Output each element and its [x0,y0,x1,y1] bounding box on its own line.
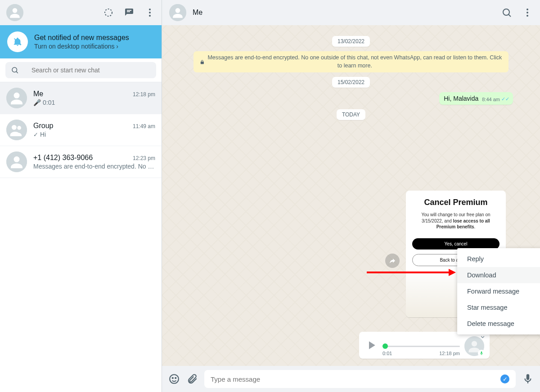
search-box[interactable] [5,62,156,78]
send-badge-icon[interactable]: ✓ [500,374,509,383]
message-text: Hi, Malavida [444,95,478,102]
ctx-forward[interactable]: Forward message [457,283,540,299]
ctx-reply[interactable]: Reply [457,251,540,267]
chat-name: Group [33,122,53,130]
date-chip: TODAY [337,109,365,120]
avatar [6,151,27,172]
chat-item-group[interactable]: Group 11:49 am ✓ Hi [0,114,162,146]
notif-subtitle: Turn on desktop notifications › [34,43,129,50]
my-avatar[interactable] [6,4,23,21]
chat-time: 12:18 pm [133,91,155,98]
search-icon [11,66,19,74]
chat-menu-icon[interactable] [522,7,533,18]
composer: ✓ [162,366,540,392]
chat-time: 12:23 pm [133,155,155,161]
svg-point-11 [526,15,528,17]
annotation-arrow [367,272,450,273]
message-out[interactable]: Hi, Malavida 8:44 am ✓✓ [439,92,513,105]
menu-icon[interactable] [144,7,155,18]
compose-input-wrap[interactable]: ✓ [204,370,516,388]
date-chip: 13/02/2022 [332,36,370,47]
status-icon[interactable] [103,7,114,18]
chat-name: Me [33,90,43,98]
chat-name: +1 (412) 363-9066 [33,154,93,162]
ctx-download[interactable]: Download [457,267,540,283]
chat-item-me[interactable]: Me 12:18 pm 🎤 0:01 [0,82,162,114]
chat-snippet: 0:01 [43,99,55,106]
message-time: 8:44 am [482,97,500,102]
svg-line-6 [16,71,18,73]
attach-icon[interactable] [186,373,198,385]
new-chat-icon[interactable] [124,7,135,18]
chat-list: Me 12:18 pm 🎤 0:01 Group 11:49 am ✓ Hi [0,82,162,392]
chat-snippet: Hi [40,131,46,138]
svg-line-8 [509,15,511,17]
search-row [0,58,162,82]
date-chip: 15/02/2022 [332,77,370,88]
chat-time: 11:49 am [133,123,155,129]
bell-icon [7,31,28,52]
search-chat-icon[interactable] [501,7,512,18]
ctx-star[interactable]: Star message [457,299,540,316]
svg-point-10 [526,12,528,13]
encryption-notice[interactable]: Messages are end-to-end encrypted. No on… [194,51,508,72]
svg-point-2 [149,12,151,13]
search-input[interactable] [32,67,151,74]
compose-input[interactable] [211,375,495,383]
svg-point-9 [526,9,528,10]
svg-point-1 [149,9,151,10]
sidebar: Get notified of new messages Turn on des… [0,0,162,392]
svg-point-3 [149,15,151,17]
svg-point-0 [105,9,112,16]
chat-header: Me [162,0,540,25]
read-ticks-icon: ✓✓ [501,96,509,102]
chat-snippet: Messages are end-to-end encrypted. No on… [33,163,155,170]
svg-point-7 [503,9,509,15]
notif-title: Get notified of new messages [34,34,129,42]
lock-icon [200,59,205,65]
svg-point-12 [170,374,179,383]
mic-record-icon[interactable] [522,373,534,385]
chat-avatar[interactable] [169,4,186,21]
check-icon: ✓ [33,131,38,138]
chat-title[interactable]: Me [193,9,491,17]
svg-point-14 [175,378,176,379]
mic-icon: 🎤 [33,99,41,106]
chat-pane: Me 13/02/2022 Messages are end-to-end en… [162,0,540,392]
chat-item-phone[interactable]: +1 (412) 363-9066 12:23 pm Messages are … [0,146,162,178]
context-menu: Reply Download Forward message Star mess… [457,248,540,334]
ctx-delete[interactable]: Delete message [457,316,540,332]
sidebar-header [0,0,162,25]
svg-point-5 [12,67,17,72]
avatar [6,88,27,108]
encryption-text: Messages are end-to-end encrypted. No on… [207,54,502,70]
notification-banner[interactable]: Get notified of new messages Turn on des… [0,25,162,58]
emoji-icon[interactable] [168,373,180,385]
svg-point-13 [172,378,173,379]
avatar [6,120,27,140]
